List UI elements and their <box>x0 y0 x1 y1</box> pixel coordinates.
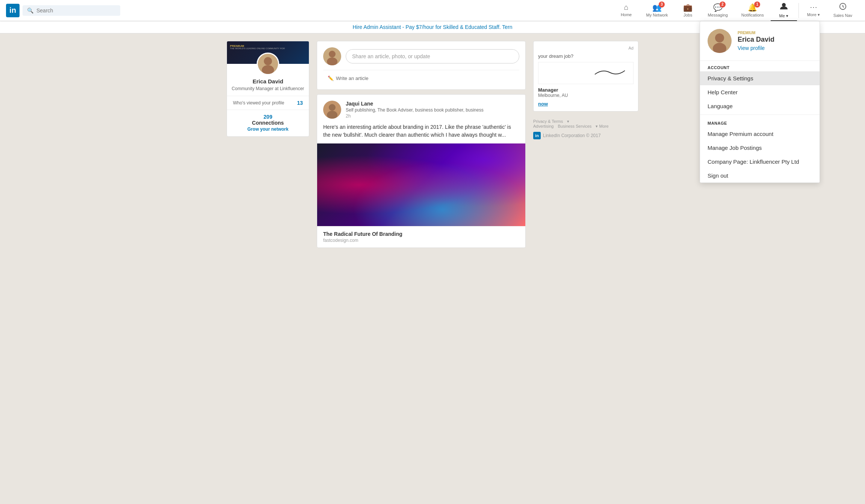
post-time: 2h <box>346 113 484 119</box>
search-bar[interactable]: 🔍 <box>23 5 120 16</box>
navbar: in 🔍 ⌂ Home 👥 3 My Network 💼 Jobs 💬 2 <box>0 0 865 21</box>
nav-messaging-label: Messaging <box>708 13 728 17</box>
share-box-top: Share an article, photo, or update <box>323 47 519 65</box>
profile-card: PREMIUM THE WORLD'S LEADING ONLINE COMMU… <box>227 41 309 137</box>
ad-banner-link[interactable]: Hire Admin Assistant - Pay $7/hour for S… <box>352 24 512 30</box>
footer-privacy-terms[interactable]: Privacy & Terms <box>533 119 563 124</box>
svg-point-10 <box>327 111 337 119</box>
search-icon: 🔍 <box>27 8 33 14</box>
nav-me[interactable]: Me ▾ <box>771 0 797 21</box>
ad-dream-job: your dream job? <box>538 53 634 59</box>
search-input[interactable] <box>36 8 116 14</box>
connections-label: Connections <box>233 120 303 126</box>
ad-label: Ad <box>538 46 634 50</box>
footer-more[interactable]: More <box>599 124 608 128</box>
right-sidebar: Ad your dream job? Manager Melbourne, AU… <box>533 41 638 142</box>
write-article-icon: ✏️ <box>328 75 334 81</box>
nav-items: ⌂ Home 👥 3 My Network 💼 Jobs 💬 2 Messagi… <box>613 0 859 21</box>
profile-avatar-wrap <box>227 53 309 75</box>
dropdown-divider <box>700 115 820 115</box>
dropdown-manage-jobs[interactable]: Manage Job Postings <box>700 141 820 155</box>
notifications-badge: 1 <box>754 2 760 8</box>
svg-point-0 <box>782 3 786 7</box>
avatar[interactable] <box>257 53 279 75</box>
nav-jobs-label: Jobs <box>684 13 692 17</box>
svg-point-4 <box>262 65 274 75</box>
nav-me-label: Me ▾ <box>779 14 788 18</box>
dropdown-sign-out[interactable]: Sign out <box>700 169 820 183</box>
share-avatar <box>323 47 341 65</box>
nav-home-label: Home <box>621 12 632 17</box>
linkedin-logo[interactable]: in <box>6 4 20 17</box>
svg-point-7 <box>327 57 337 65</box>
write-article-label: Write an article <box>336 75 368 81</box>
my-network-badge: 3 <box>659 2 665 8</box>
post-author-name[interactable]: Jaqui Lane <box>346 101 484 107</box>
left-sidebar: PREMIUM THE WORLD'S LEADING ONLINE COMMU… <box>227 41 309 137</box>
ad-manager-title: Manager <box>538 87 634 93</box>
ad-manager-location: Melbourne, AU <box>538 93 634 98</box>
dropdown-manage-premium[interactable]: Manage Premium account <box>700 127 820 141</box>
dropdown-help-center[interactable]: Help Center <box>700 85 820 99</box>
write-article-action[interactable]: ✏️ Write an article <box>323 73 373 83</box>
nav-my-network-label: My Network <box>646 13 668 17</box>
dropdown-premium-label: PREMIUM <box>738 31 774 35</box>
nav-notifications-label: Notifications <box>741 13 764 17</box>
post-author-title: Self publishing, The Book Adviser, busin… <box>346 107 484 113</box>
footer-company: in LinkedIn Corporation © 2017 <box>533 132 638 139</box>
nav-home[interactable]: ⌂ Home <box>613 0 640 21</box>
post-header: Jaqui Lane Self publishing, The Book Adv… <box>317 95 525 123</box>
footer-advertising[interactable]: Advertising <box>533 124 553 128</box>
view-profile-link[interactable]: View profile <box>738 45 765 51</box>
dropdown-user-info: PREMIUM Erica David View profile <box>738 31 774 51</box>
footer-business-services[interactable]: Business Services <box>558 124 591 128</box>
nav-more[interactable]: ⋯ More ▾ <box>800 0 827 21</box>
dropdown-company-page[interactable]: Company Page: Linkfluencer Pty Ltd <box>700 155 820 169</box>
profile-title: Community Manager at Linkfluencer <box>227 86 309 96</box>
dropdown-language[interactable]: Language <box>700 99 820 113</box>
post-author-avatar <box>323 101 341 119</box>
my-network-icon: 👥 3 <box>652 3 662 12</box>
ad-signature <box>538 62 634 84</box>
footer-company-text: LinkedIn Corporation © 2017 <box>543 133 601 138</box>
share-box-bottom: ✏️ Write an article <box>323 70 519 83</box>
profile-viewed-value: 13 <box>297 100 303 106</box>
dropdown-privacy-settings[interactable]: Privacy & Settings <box>700 71 820 85</box>
messaging-icon: 💬 2 <box>713 3 723 12</box>
footer-linkedin-logo: in <box>533 132 541 139</box>
nav-my-network[interactable]: 👥 3 My Network <box>640 0 675 21</box>
main-layout: PREMIUM THE WORLD'S LEADING ONLINE COMMU… <box>221 41 644 252</box>
manage-section-label: MANAGE <box>700 116 820 127</box>
dropdown-user-name: Erica David <box>738 36 774 44</box>
nav-messaging[interactable]: 💬 2 Messaging <box>701 0 735 21</box>
post-link-title: The Radical Future Of Branding <box>323 231 519 237</box>
nav-sales-nav[interactable]: Sales Nav <box>827 0 859 21</box>
profile-name: Erica David <box>227 78 309 86</box>
post-body: Here's an interesting article about bran… <box>317 123 525 143</box>
ad-apply-now[interactable]: now <box>538 101 548 107</box>
post-author-info: Jaqui Lane Self publishing, The Book Adv… <box>346 101 484 119</box>
banner-subtitle: THE WORLD'S LEADING ONLINE COMMUNITY FOR <box>230 47 285 50</box>
nav-jobs[interactable]: 💼 Jobs <box>675 0 701 21</box>
post-card: Jaqui Lane Self publishing, The Book Adv… <box>317 94 526 248</box>
grow-network-link[interactable]: Grow your network <box>233 127 303 132</box>
footer-links: Privacy & Terms ▾ Advertising Business S… <box>533 116 638 142</box>
jobs-icon: 💼 <box>683 3 693 12</box>
svg-point-12 <box>715 33 724 42</box>
svg-point-6 <box>329 51 336 57</box>
nav-notifications[interactable]: 🔔 1 Notifications <box>735 0 771 21</box>
svg-point-9 <box>329 104 336 111</box>
nav-more-label: More ▾ <box>807 12 820 17</box>
profile-viewed-stat[interactable]: Who's viewed your profile 13 <box>227 96 309 110</box>
footer-privacy-chevron[interactable]: ▾ <box>567 119 569 124</box>
messaging-badge: 2 <box>720 2 726 8</box>
me-dropdown: PREMIUM Erica David View profile ACCOUNT… <box>700 21 820 183</box>
share-input[interactable]: Share an article, photo, or update <box>346 49 519 63</box>
ad-card: Ad your dream job? Manager Melbourne, AU… <box>533 41 638 112</box>
connections-value: 209 <box>263 114 272 120</box>
post-link-preview[interactable]: The Radical Future Of Branding fastcodes… <box>317 226 525 247</box>
notifications-icon: 🔔 1 <box>748 3 757 12</box>
dropdown-avatar <box>708 29 732 53</box>
dropdown-profile: PREMIUM Erica David View profile <box>700 21 820 61</box>
footer-business-chevron[interactable]: ▾ <box>596 124 598 128</box>
